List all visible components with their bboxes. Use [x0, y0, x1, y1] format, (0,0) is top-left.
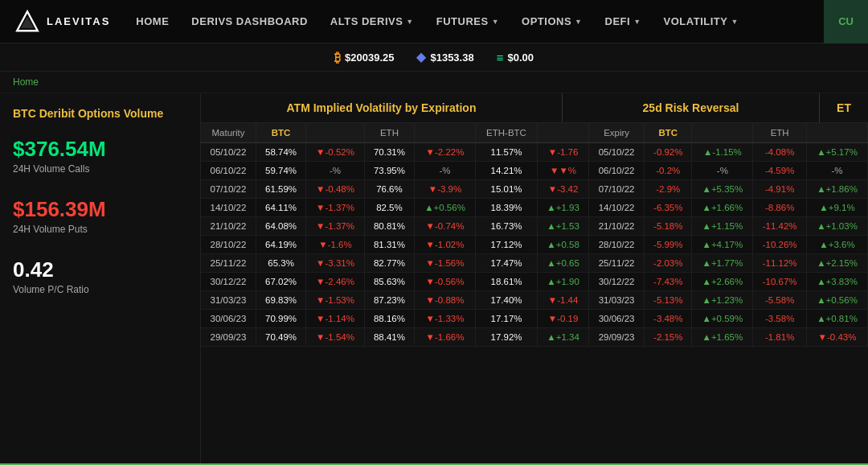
cell-rr-btc: -0.92% — [645, 143, 692, 162]
cell-ethbtc-delta: ▲+1.90 — [538, 273, 589, 291]
cell-btc-delta: ▼-3.31% — [306, 254, 365, 273]
th-eth: ETH — [364, 123, 414, 143]
logo[interactable]: LAEVITAS — [0, 9, 125, 35]
cell-rr-btc-d: ▲+5.35% — [692, 180, 753, 199]
cell-maturity: 30/12/22 — [201, 273, 256, 291]
cell-rr-btc-d: ▲+1.77% — [692, 254, 753, 273]
th-maturity: Maturity — [201, 123, 256, 143]
nav-alts-derivs[interactable]: ALTS DERIVS ▼ — [319, 0, 425, 43]
ticker-eth: ◆ $1353.38 — [416, 50, 473, 64]
cell-ethbtc-val: 15.01% — [475, 180, 537, 199]
cell-ethbtc-val: 17.47% — [475, 254, 537, 273]
cell-ethbtc-delta: ▲+1.53 — [538, 217, 589, 236]
nav-futures[interactable]: FUTURES ▼ — [425, 0, 510, 43]
cell-expiry: 05/10/22 — [589, 143, 645, 162]
cell-btc-delta: ▼-2.46% — [306, 273, 365, 291]
th-rr-eth-delta — [807, 123, 868, 143]
cell-rr-eth-neg: -3.58% — [753, 310, 807, 328]
nav-derivs-dashboard[interactable]: DERIVS DASHBOARD — [180, 0, 319, 43]
cell-maturity: 29/09/23 — [201, 328, 256, 347]
cell-btc-val: 59.74% — [256, 162, 305, 180]
cell-expiry: 29/09/23 — [589, 328, 645, 347]
cell-eth-delta: -% — [415, 162, 476, 180]
cell-rr-btc-d: ▲-1.15% — [692, 143, 753, 162]
cell-ethbtc-val: 17.12% — [475, 236, 537, 254]
cell-rr-eth-pos: ▼-0.43% — [807, 328, 868, 347]
chevron-down-icon: ▼ — [406, 18, 413, 26]
th-expiry: Expiry — [589, 123, 645, 143]
cell-btc-val: 67.02% — [256, 273, 305, 291]
cell-rr-btc-d: ▲+1.23% — [692, 291, 753, 310]
ratio-value: 0.42 — [13, 257, 187, 282]
cell-btc-val: 69.83% — [256, 291, 305, 310]
th-rr-btc-delta — [692, 123, 753, 143]
table-row: 07/10/22 61.59% ▼-0.48% 76.6% ▼-3.9% 15.… — [201, 180, 868, 199]
eth-price: $1353.38 — [430, 51, 473, 64]
table-row: 30/12/22 67.02% ▼-2.46% 85.63% ▼-0.56% 1… — [201, 273, 868, 291]
nav-volatility[interactable]: VOLATILITY ▼ — [653, 0, 750, 43]
nav-cu[interactable]: CU — [824, 0, 868, 43]
home-link[interactable]: Home — [13, 76, 39, 88]
cell-maturity: 31/03/23 — [201, 291, 256, 310]
data-table: Maturity BTC ETH ETH-BTC Expiry BTC ETH … — [201, 123, 868, 347]
table-row: 21/10/22 64.08% ▼-1.37% 80.81% ▼-0.74% 1… — [201, 217, 868, 236]
cell-btc-delta: ▼-1.54% — [306, 328, 365, 347]
puts-metric: $156.39M 24H Volume Puts — [13, 197, 187, 235]
cell-maturity: 21/10/22 — [201, 217, 256, 236]
cell-eth-delta: ▼-1.33% — [415, 310, 476, 328]
cell-btc-delta: ▼-1.6% — [306, 236, 365, 254]
cell-ethbtc-delta: ▲+0.65 — [538, 254, 589, 273]
atm-table-title: ATM Implied Volatility by Expiration — [201, 93, 563, 122]
risk-reversal-title: 25d Risk Reversal — [563, 93, 820, 122]
cell-btc-delta: ▼-1.14% — [306, 310, 365, 328]
cell-eth-delta: ▼-0.88% — [415, 291, 476, 310]
nav-defi[interactable]: DEFI ▼ — [594, 0, 653, 43]
table-row: 28/10/22 64.19% ▼-1.6% 81.31% ▼-1.02% 17… — [201, 236, 868, 254]
eth-icon: ◆ — [416, 50, 426, 64]
cell-btc-val: 64.11% — [256, 199, 305, 217]
cell-expiry: 25/11/22 — [589, 254, 645, 273]
cell-btc-val: 65.3% — [256, 254, 305, 273]
cell-maturity: 30/06/23 — [201, 310, 256, 328]
table-header-row: Maturity BTC ETH ETH-BTC Expiry BTC ETH — [201, 123, 868, 143]
cell-rr-eth-pos: ▲+1.03% — [807, 217, 868, 236]
cell-ethbtc-delta: ▼-1.44 — [538, 291, 589, 310]
cell-eth-val: 76.6% — [364, 180, 414, 199]
chevron-down-icon: ▼ — [575, 18, 582, 26]
cell-rr-btc-d: ▲+1.65% — [692, 328, 753, 347]
cell-ethbtc-val: 16.73% — [475, 217, 537, 236]
cell-eth-val: 88.16% — [364, 310, 414, 328]
cell-rr-eth-neg: -10.26% — [753, 236, 807, 254]
cell-btc-val: 64.08% — [256, 217, 305, 236]
sol-icon: ≡ — [497, 51, 504, 64]
nav-options[interactable]: OPTIONS ▼ — [510, 0, 593, 43]
logo-icon — [14, 9, 40, 35]
cell-ethbtc-delta: ▼-1.76 — [538, 143, 589, 162]
cell-rr-eth-pos: ▲+0.81% — [807, 310, 868, 328]
cell-rr-eth-neg: -10.67% — [753, 273, 807, 291]
cell-rr-btc-d: ▲+2.66% — [692, 273, 753, 291]
cell-rr-btc: -0.2% — [645, 162, 692, 180]
cell-btc-val: 64.19% — [256, 236, 305, 254]
cell-eth-delta: ▼-1.02% — [415, 236, 476, 254]
breadcrumb: Home — [0, 72, 868, 93]
right-panel: ATM Implied Volatility by Expiration 25d… — [201, 93, 868, 463]
nav-home[interactable]: HOME — [125, 0, 180, 43]
table-row: 06/10/22 59.74% -% 73.95% -% 14.21% ▼▼% … — [201, 162, 868, 180]
cell-btc-delta: ▼-0.52% — [306, 143, 365, 162]
cell-rr-btc: -2.03% — [645, 254, 692, 273]
cell-eth-delta: ▲+0.56% — [415, 199, 476, 217]
table-row: 31/03/23 69.83% ▼-1.53% 87.23% ▼-0.88% 1… — [201, 291, 868, 310]
nav-links: HOME DERIVS DASHBOARD ALTS DERIVS ▼ FUTU… — [125, 0, 824, 43]
cell-rr-eth-neg: -4.08% — [753, 143, 807, 162]
cell-rr-btc: -5.18% — [645, 217, 692, 236]
cell-rr-btc: -5.99% — [645, 236, 692, 254]
btc-icon: ₿ — [334, 51, 341, 64]
cell-expiry: 28/10/22 — [589, 236, 645, 254]
left-panel-title: BTC Deribit Options Volume — [13, 106, 187, 121]
table-row: 29/09/23 70.49% ▼-1.54% 88.41% ▼-1.66% 1… — [201, 328, 868, 347]
cell-btc-delta: -% — [306, 162, 365, 180]
cell-expiry: 14/10/22 — [589, 199, 645, 217]
cell-btc-delta: ▼-1.37% — [306, 217, 365, 236]
table-row: 30/06/23 70.99% ▼-1.14% 88.16% ▼-1.33% 1… — [201, 310, 868, 328]
